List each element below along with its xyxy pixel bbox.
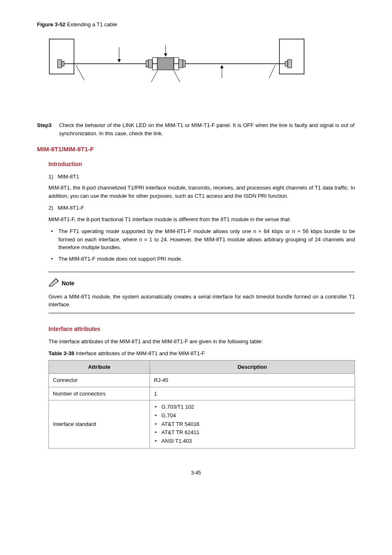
svg-rect-8: [146, 60, 148, 67]
table-row: Connector RJ-45: [49, 374, 355, 387]
standard-item: AT&T TR 62411: [154, 428, 350, 437]
page-number: 3-45: [37, 469, 355, 476]
standard-item: ANSI T1.403: [154, 437, 350, 446]
attributes-table: Attribute Description Connector RJ-45 Nu…: [48, 360, 355, 449]
table-header-row: Attribute Description: [49, 360, 355, 374]
table-caption-label: Table 3-38: [48, 350, 74, 356]
note-text: Given a MIM-8T1 module, the system autom…: [48, 293, 355, 309]
intro-bullet-1: The FT1 operating mode supported by the …: [48, 227, 355, 252]
svg-marker-16: [118, 59, 121, 62]
intro-item-1-label: MIM-8T1: [58, 173, 79, 180]
intro-item-2-num: 2): [48, 205, 53, 211]
svg-line-7: [76, 65, 84, 80]
figure-caption: Figure 3-52 Extending a T1 cable: [37, 21, 355, 29]
table-row: Number of connectors 1: [49, 387, 355, 400]
standard-item: G.703/T1 102: [154, 403, 350, 412]
svg-rect-4: [288, 60, 292, 68]
svg-line-22: [174, 71, 180, 82]
table-caption: Table 3-38 Interface attributes of the M…: [48, 349, 355, 358]
svg-line-21: [151, 71, 157, 82]
cell-standard-desc: G.703/T1 102 G.704 AT&T TR 54016 AT&T TR…: [150, 400, 355, 449]
note-icon: [48, 278, 59, 289]
svg-rect-5: [285, 61, 288, 66]
intro-item-1-num: 1): [48, 173, 53, 180]
svg-rect-9: [148, 60, 152, 68]
figure-diagram: [45, 37, 355, 97]
svg-rect-0: [49, 39, 74, 74]
standard-item: AT&T TR 54016: [154, 420, 350, 429]
intro-item-1-para: MIM-8T1, the 8-port channelized T1/PRI i…: [48, 184, 355, 200]
cell-connector-attr: Connector: [49, 374, 150, 387]
svg-rect-14: [183, 60, 185, 67]
cell-numconn-desc: 1: [150, 387, 355, 400]
standard-item: G.704: [154, 412, 350, 420]
svg-rect-1: [279, 39, 304, 74]
note-label: Note: [62, 279, 74, 288]
svg-rect-13: [179, 60, 183, 68]
figure-caption-text: Extending a T1 cable: [67, 21, 117, 28]
step-block: Step3 Check the behavior of the LINK LED…: [37, 121, 355, 137]
svg-rect-11: [157, 58, 174, 70]
intro-item-2-para: MIM-8T1-F, the 8-port fractional T1 inte…: [48, 215, 355, 224]
step-label: Step3: [37, 121, 58, 130]
header-description: Description: [150, 360, 355, 374]
intro-bullet-2: The MIM-8T1-F module does not support PR…: [48, 255, 355, 263]
svg-marker-18: [164, 53, 167, 57]
step-text: Check the behavior of the LINK LED on th…: [59, 121, 355, 137]
introduction-heading: Introduction: [48, 160, 355, 169]
intro-item-2: 2) MIM-8T1-F: [48, 204, 355, 212]
header-attribute: Attribute: [49, 360, 150, 374]
cell-standard-attr: Interface standard: [49, 400, 150, 449]
svg-rect-3: [62, 61, 64, 66]
cell-numconn-attr: Number of connectors: [49, 387, 150, 400]
attributes-heading: Interface attributes: [48, 325, 355, 333]
svg-line-26: [56, 279, 58, 281]
intro-bullet-list: The FT1 operating mode supported by the …: [48, 227, 355, 263]
section-title: MIM-8T1/MIM-8T1-F: [37, 145, 355, 154]
note-top-rule: [48, 272, 355, 272]
cell-connector-desc: RJ-45: [150, 374, 355, 387]
svg-rect-2: [58, 60, 62, 68]
figure-label: Figure 3-52: [37, 21, 65, 28]
table-row: Interface standard G.703/T1 102 G.704 AT…: [49, 400, 355, 449]
note-header: Note: [48, 278, 355, 289]
svg-line-23: [269, 65, 275, 78]
intro-item-2-label: MIM-8T1-F: [58, 205, 84, 211]
table-caption-text: Interface attributes of the MIM-8T1 and …: [76, 350, 205, 356]
svg-marker-20: [220, 65, 224, 68]
attributes-intro: The interface attributes of the MIM-8T1 …: [48, 338, 355, 346]
intro-item-1: 1) MIM-8T1: [48, 173, 355, 181]
note-bottom-rule: [48, 313, 355, 313]
